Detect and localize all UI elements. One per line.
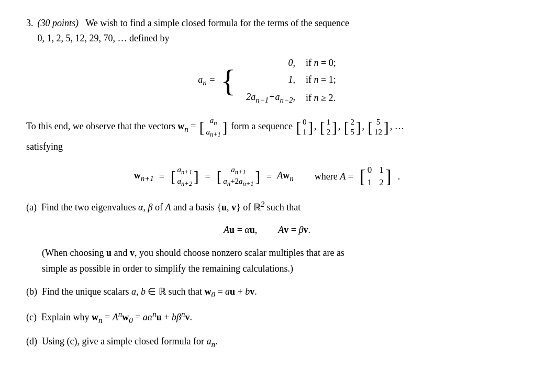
seq-vec-1: [ 1 2 ] [320,117,337,138]
problem-intro: (30 points) We wish to find a simple clo… [38,16,350,46]
wn-vector: [ an an+1 ] [199,116,228,139]
vec-wn1: [ an+1 an+2 ] [171,165,199,188]
piecewise-cases: 0, if n = 0; 1, if n = 1; 2an−1+an−2, if… [246,55,336,106]
part-c: (c) Explain why wn = Anw0 = aαnu + bβnv. [26,308,508,327]
seq-vec-0: [ 0 1 ] [296,117,313,138]
A-matrix: [ 0 1 1 2 ] [360,164,392,188]
problem-number: 3. [26,16,34,31]
eigenvalue-equations: Au = αu, Av = βv. [26,222,508,238]
vector-observation: To this end, we observe that the vectors… [26,116,508,155]
part-a-note: (When choosing u and v, you should choos… [42,245,508,277]
seq-vec-3: [ 5 12 ] [368,117,388,138]
part-d: (d) Using (c), give a simple closed form… [26,334,508,351]
seq-vec-2: [ 2 5 ] [344,117,361,138]
part-a: (a) Find the two eigenvalues α, β of A a… [26,198,508,215]
part-b: (b) Find the unique scalars a, b ∈ ℝ suc… [26,284,508,301]
piecewise-lhs: an = [198,72,215,89]
matrix-equation-display: wn+1 = [ an+1 an+2 ] = [ an+1 an+2an+1 ] [26,164,508,188]
vec-expanded: [ an+1 an+2an+1 ] [217,165,260,188]
problem-container: 3. (30 points) We wish to find a simple … [26,16,508,351]
piecewise-brace: { [220,65,236,96]
matrix-eq-block: wn+1 = [ an+1 an+2 ] = [ an+1 an+2an+1 ] [134,164,400,188]
piecewise-display: an = { 0, if n = 0; 1, if n = 1; 2an−1+a… [26,55,508,106]
piecewise-block: an = { 0, if n = 0; 1, if n = 1; 2an−1+a… [198,55,336,106]
